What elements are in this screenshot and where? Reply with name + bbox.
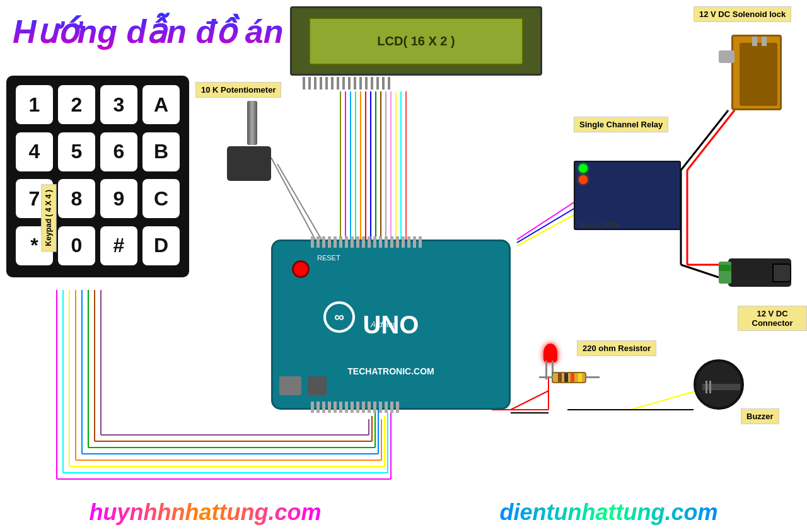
potentiometer-label: 10 K Potentiometer xyxy=(195,82,281,98)
relay-label: Single Channel Relay xyxy=(574,117,668,132)
lcd-pin xyxy=(342,77,345,90)
solenoid-pin2 xyxy=(762,37,767,46)
pot-base xyxy=(227,146,271,181)
page-title: Hướng dẫn đồ án xyxy=(13,13,283,50)
arduino-reset-button xyxy=(292,260,310,278)
footer: huynhhnhattung.com dientunhattung.com xyxy=(0,499,807,526)
potentiometer-body xyxy=(227,101,277,183)
resistor-band-1 xyxy=(558,373,562,382)
lcd-pin xyxy=(348,77,351,90)
lcd-pin xyxy=(382,77,385,90)
keypad-key-5[interactable]: 5 xyxy=(58,132,95,171)
keypad-key-8[interactable]: 8 xyxy=(58,179,95,218)
keypad-body: 123A456B789C*0#D xyxy=(6,76,189,277)
keypad-key-1[interactable]: 1 xyxy=(16,85,53,124)
arduino-power-port xyxy=(308,376,327,395)
keypad-key-B[interactable]: B xyxy=(142,132,180,171)
svg-line-40 xyxy=(517,202,575,240)
svg-line-41 xyxy=(517,208,575,243)
solenoid-inner xyxy=(740,43,777,106)
buzzer-label: Buzzer xyxy=(741,408,779,424)
lcd-pin xyxy=(359,77,362,90)
lcd-pin xyxy=(371,77,373,90)
keypad-key-9[interactable]: 9 xyxy=(100,179,137,218)
svg-line-38 xyxy=(271,158,315,240)
lcd-pin xyxy=(325,77,328,90)
keypad-key-6[interactable]: 6 xyxy=(100,132,137,171)
keypad-key-4[interactable]: 4 xyxy=(16,132,53,171)
lcd-pin xyxy=(314,77,316,90)
terminal-screw xyxy=(719,265,731,271)
keypad-container: 123A456B789C*0#D xyxy=(6,76,192,290)
solenoid-bolt xyxy=(719,50,734,63)
connector-terminal xyxy=(719,262,731,284)
resistor-body xyxy=(552,372,586,383)
buzzer-pin-1 xyxy=(705,381,707,393)
keypad-label: Keypad ( 4 X 4 ) xyxy=(41,184,56,252)
solenoid-pin1 xyxy=(752,37,757,46)
keypad-key-3[interactable]: 3 xyxy=(100,85,137,124)
resistor-band-4 xyxy=(578,373,582,382)
solenoid-body xyxy=(731,35,782,110)
lcd-pins xyxy=(290,77,542,90)
keypad-key-#[interactable]: # xyxy=(100,226,137,265)
connector-body xyxy=(728,258,791,287)
arduino-reset-label: RESET xyxy=(317,254,340,262)
relay-led-green xyxy=(579,164,588,173)
relay-chip-label: Keyes_SRly xyxy=(580,221,620,228)
footer-link-2: dientunhattung.com xyxy=(500,499,718,526)
keypad-key-C[interactable]: C xyxy=(142,179,180,218)
lcd-pin xyxy=(331,77,334,90)
arduino-board: RESET ∞ UNO Arduino TECHATRONIC.COM xyxy=(271,240,511,410)
resistor-band-3 xyxy=(571,373,574,382)
arduino-container: RESET ∞ UNO Arduino TECHATRONIC.COM xyxy=(271,240,511,416)
arduino-top-pins xyxy=(311,236,422,248)
lcd-pin xyxy=(337,77,339,90)
arduino-usb-port xyxy=(279,376,301,395)
resistor-leg-right xyxy=(586,376,600,378)
svg-line-43 xyxy=(687,110,734,170)
keypad-key-0[interactable]: 0 xyxy=(58,226,95,265)
resistor-band-2 xyxy=(564,373,568,382)
lcd-pin xyxy=(376,77,379,90)
pot-shaft xyxy=(247,101,257,145)
lcd-screen: LCD( 16 X 2 ) xyxy=(309,18,523,65)
keypad-key-A[interactable]: A xyxy=(142,85,180,124)
buzzer-body xyxy=(694,359,744,410)
led-component xyxy=(543,344,557,362)
buzzer-pin-2 xyxy=(709,381,711,393)
arduino-logo: ∞ xyxy=(323,301,355,333)
keypad-key-D[interactable]: D xyxy=(142,226,180,265)
svg-line-42 xyxy=(517,214,575,246)
svg-line-39 xyxy=(277,164,322,240)
relay-body xyxy=(574,161,681,230)
lcd-container: LCD( 16 X 2 ) xyxy=(290,6,542,88)
lcd-label: LCD( 16 X 2 ) xyxy=(377,34,455,49)
resistor-leg-left xyxy=(539,376,553,378)
connector-label: 12 V DC Connector xyxy=(738,306,807,331)
lcd-pin xyxy=(303,77,305,90)
svg-line-48 xyxy=(681,265,719,277)
buzzer-pins xyxy=(702,384,740,390)
resistor-label: 220 ohm Resistor xyxy=(577,340,656,356)
footer-link-1: huynhhnhattung.com xyxy=(90,499,322,526)
lcd-pin xyxy=(354,77,356,90)
arduino-website: TECHATRONIC.COM xyxy=(347,366,434,376)
relay-led-red xyxy=(579,175,588,184)
lcd-pin xyxy=(308,77,311,90)
connector-jack xyxy=(772,263,791,282)
lcd-pin xyxy=(320,77,322,90)
lcd-pin xyxy=(365,77,368,90)
lcd-body: LCD( 16 X 2 ) xyxy=(290,6,542,76)
lcd-pin xyxy=(388,77,390,90)
keypad-key-2[interactable]: 2 xyxy=(58,85,95,124)
svg-line-44 xyxy=(681,110,728,170)
svg-line-54 xyxy=(511,391,549,410)
arduino-bottom-pins xyxy=(311,402,399,413)
solenoid-label: 12 V DC Solenoid lock xyxy=(694,6,791,22)
arduino-company: Arduino xyxy=(371,320,397,329)
